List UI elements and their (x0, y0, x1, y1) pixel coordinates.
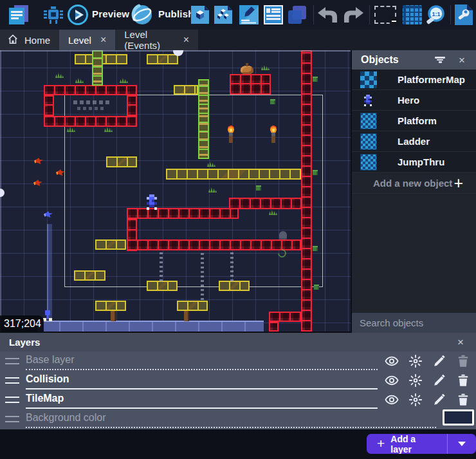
undo-icon[interactable] (317, 6, 338, 26)
tabs-strip: Home Level × Level (Events) × (0, 30, 198, 50)
tile-chain (230, 250, 233, 281)
object-row-platformermap[interactable]: PlatformerMap (352, 70, 476, 90)
tile-yellow (174, 85, 198, 95)
hero-sprite[interactable] (147, 194, 149, 197)
tab-home-label: Home (24, 35, 50, 46)
effects-icon[interactable] (408, 373, 423, 388)
project-manager-icon[interactable] (8, 4, 30, 28)
external-layouts-icon[interactable] (287, 5, 307, 28)
drag-handle-icon[interactable] (5, 416, 19, 422)
add-object-button[interactable]: Add a new object + (352, 173, 476, 194)
add-layer-button-group: + Add a layer (367, 434, 476, 454)
edit-pencil-icon[interactable] (432, 392, 447, 407)
add-object-label: Add a new object (373, 178, 453, 189)
tile-red (127, 95, 137, 116)
redo-icon[interactable] (343, 6, 364, 26)
visibility-eye-icon[interactable] (384, 392, 399, 407)
bottom-bar: + Add a layer (0, 429, 476, 459)
add-layer-button[interactable]: + Add a layer (367, 434, 447, 454)
add-layer-label: Add a layer (390, 434, 437, 454)
object-name: PlatformerMap (398, 74, 465, 85)
tile-red (127, 239, 301, 250)
trash-icon[interactable] (455, 392, 471, 407)
trash-icon[interactable] (455, 373, 471, 388)
vertical-scrollbar-thumb[interactable] (0, 189, 5, 197)
object-name: Platform (398, 115, 437, 126)
object-row-jumpthru[interactable]: JumpThru (352, 152, 476, 173)
effects-icon[interactable] (408, 353, 423, 369)
close-icon[interactable]: × (183, 35, 189, 45)
layer-name[interactable]: Background color (26, 412, 106, 424)
tileset-icon (360, 154, 377, 171)
toolbar-separator (313, 5, 314, 24)
grid-icon[interactable] (403, 5, 422, 24)
tools-icon[interactable] (454, 4, 473, 28)
scene-canvas[interactable]: 317;204 (0, 50, 351, 332)
zoom-ratio-icon[interactable]: 1:1 (425, 5, 446, 28)
filter-icon[interactable] (432, 52, 448, 68)
layer-row-tilemap: TileMap (0, 390, 476, 409)
tile-yellow (106, 156, 137, 167)
preview-label[interactable]: Preview (92, 8, 129, 19)
tile-post (111, 311, 116, 321)
trash-icon[interactable] (455, 353, 471, 369)
tab-level-events[interactable]: Level (Events) × (115, 30, 198, 50)
tab-level[interactable]: Level × (59, 30, 115, 50)
toolbar-separator (450, 5, 451, 24)
scene-edit-pencil-icon[interactable] (239, 5, 259, 27)
publish-button[interactable] (131, 4, 153, 28)
bird-sprite (33, 180, 42, 186)
object-name: Ladder (398, 136, 430, 147)
close-icon[interactable]: × (454, 52, 470, 68)
layer-name[interactable]: Collision (26, 373, 69, 385)
events-sheet-icon[interactable] (264, 5, 283, 27)
drag-handle-icon[interactable] (5, 377, 19, 384)
tile-red (269, 312, 302, 322)
edit-scene-icon[interactable] (190, 5, 210, 27)
add-layer-dropdown-button[interactable] (447, 434, 476, 454)
tab-home[interactable]: Home (0, 30, 59, 50)
tile-red (301, 50, 312, 332)
object-name: Hero (398, 95, 419, 106)
moss-sprite (313, 170, 318, 175)
debug-icon[interactable] (42, 4, 64, 28)
tile-yellow (95, 301, 126, 311)
tile-chain (160, 250, 163, 281)
publish-label[interactable]: Publish (158, 8, 194, 19)
background-color-swatch[interactable] (443, 409, 474, 426)
visibility-eye-icon[interactable] (384, 353, 399, 369)
close-icon[interactable]: × (100, 35, 106, 45)
tile-red (230, 74, 271, 95)
object-row-ladder[interactable]: Ladder (352, 131, 476, 152)
layer-row-base-layer: Base layer (0, 351, 476, 371)
layer-name[interactable]: Base layer (26, 354, 75, 366)
torch-sprite (269, 125, 278, 143)
svg-text:1:1: 1:1 (432, 11, 440, 17)
main-toolbar: Preview Publish 1:1 (0, 0, 476, 30)
tile-red (229, 198, 302, 209)
scene-objects-icon[interactable] (214, 5, 233, 27)
deselect-icon[interactable] (374, 6, 396, 24)
object-row-platform[interactable]: Platform (352, 111, 476, 131)
layers-panel-header: Layers × (0, 333, 476, 351)
tile-rope (47, 224, 52, 319)
moss-sprite (313, 246, 318, 251)
edit-pencil-icon[interactable] (432, 373, 447, 388)
layer-row-collision: Collision (0, 371, 476, 390)
bluebird-sprite (44, 211, 53, 218)
preview-button[interactable] (67, 4, 89, 28)
search-input[interactable] (360, 317, 476, 328)
drag-handle-icon[interactable] (5, 358, 19, 364)
chevron-down-icon (458, 442, 466, 446)
effects-icon[interactable] (408, 392, 423, 407)
tile-yellow (95, 239, 126, 250)
moss-sprite (314, 285, 319, 290)
tile-yellow (74, 270, 105, 281)
torch-sprite (226, 125, 235, 143)
layer-name[interactable]: TileMap (26, 393, 64, 404)
visibility-eye-icon[interactable] (384, 373, 399, 388)
close-icon[interactable]: × (453, 335, 468, 350)
drag-handle-icon[interactable] (5, 397, 19, 403)
edit-pencil-icon[interactable] (432, 353, 447, 369)
object-row-hero[interactable]: Hero (352, 90, 476, 111)
